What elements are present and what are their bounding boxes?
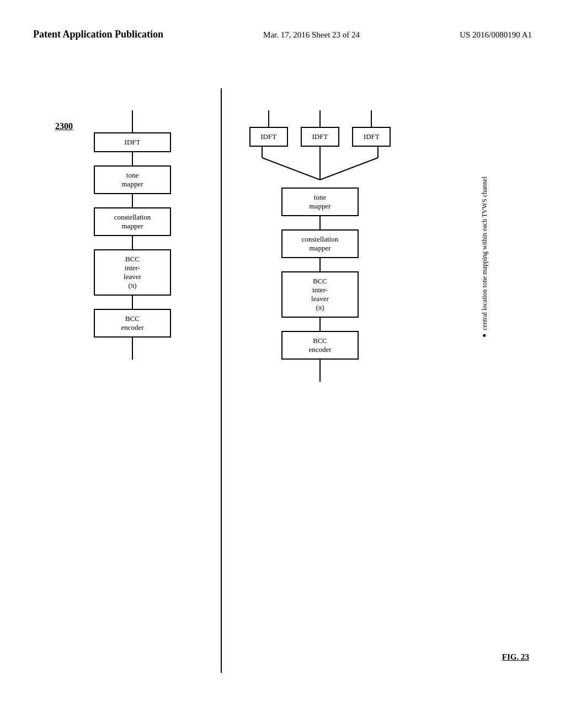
note-text-rotated: ● central location tone mapping within e…	[479, 176, 529, 340]
left-idft-block: IDFT	[94, 132, 171, 152]
sheet-info: Mar. 17, 2016 Sheet 23 of 24	[263, 30, 360, 40]
connector-1	[132, 152, 133, 165]
right-connector-1	[319, 216, 321, 229]
right-connector-2	[319, 258, 321, 271]
right-bcc-encoder-block: BCCencoder	[281, 331, 359, 360]
bullet-symbol: ●	[481, 330, 488, 340]
top-connector-left	[132, 110, 133, 132]
left-tone-mapper-block: tonemapper	[94, 165, 171, 194]
fig-label: FIG. 23	[502, 652, 529, 662]
idft-row: IDFT IDFT IDFT	[243, 110, 397, 147]
connector-2	[132, 194, 133, 207]
publication-title: Patent Application Publication	[33, 29, 163, 40]
connector-4	[132, 296, 133, 309]
connector-3	[132, 236, 133, 249]
right-bcc-interleaver-block: BCCinter-leaver(π)	[281, 271, 359, 318]
right-idft-block-2: IDFT	[301, 127, 339, 147]
left-constellation-mapper-block: constellationmapper	[94, 207, 171, 236]
idft-top-line-3	[371, 110, 372, 127]
right-tone-mapper-block: tonemapper	[281, 188, 359, 216]
page-header: Patent Application Publication Mar. 17, …	[0, 29, 565, 40]
left-bcc-interleaver-block: BCCinter-leaver(π)	[94, 249, 171, 296]
right-idft-block-3: IDFT	[352, 127, 391, 147]
patent-number: US 2016/0080190 A1	[460, 30, 532, 40]
bottom-connector-left	[132, 338, 133, 360]
idft-col-3: IDFT	[352, 110, 391, 147]
idft-col-2: IDFT	[301, 110, 339, 147]
figure-2300-label: 2300	[55, 121, 73, 131]
note-content: central location tone mapping within eac…	[481, 176, 488, 330]
diagram-area: 2300 IDFT tonemapper constellationmapper…	[33, 88, 532, 673]
right-constellation-mapper-block: constellationmapper	[281, 229, 359, 258]
divider-line	[221, 88, 222, 673]
right-bottom-line	[319, 360, 321, 382]
right-idft-block-1: IDFT	[249, 127, 288, 147]
right-tone-mapper-col: tonemapper constellationmapper BCCinter-…	[243, 188, 397, 382]
left-bcc-encoder-block: BCCencoder	[94, 309, 171, 338]
converge-svg	[243, 147, 397, 185]
left-chain: IDFT tonemapper constellationmapper BCCi…	[88, 110, 177, 360]
right-connector-3	[319, 318, 321, 331]
idft-top-line-2	[319, 110, 321, 127]
svg-line-1	[262, 158, 320, 180]
idft-top-line-1	[268, 110, 269, 127]
svg-line-4	[320, 158, 378, 180]
right-chain: IDFT IDFT IDFT tonemapper	[243, 110, 397, 382]
idft-col-1: IDFT	[249, 110, 288, 147]
